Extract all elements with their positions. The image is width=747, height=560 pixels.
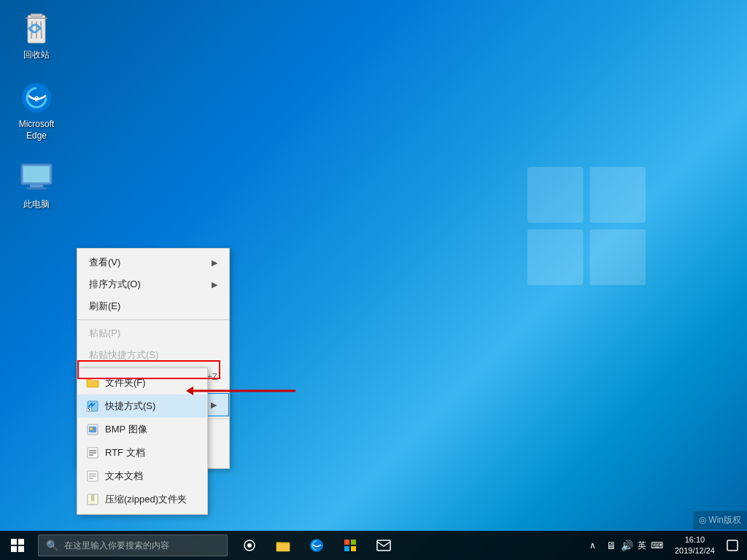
watermark-brand: ◎ Win版权 xyxy=(693,511,747,529)
svg-rect-43 xyxy=(276,544,290,551)
search-placeholder: 在这里输入你要搜索的内容 xyxy=(64,540,169,552)
desktop-icon-thispc[interactable]: 此电脑 xyxy=(11,160,62,211)
clock-time: 16:10 xyxy=(685,534,705,545)
menu-item-sort-by[interactable]: 排序方式(O) ▶ xyxy=(77,273,229,295)
thispc-icon xyxy=(19,160,54,195)
windows-icon xyxy=(11,539,24,552)
taskbar-search[interactable]: 🔍 在这里输入你要搜索的内容 xyxy=(38,534,228,556)
volume-icon[interactable]: 🔊 xyxy=(621,540,633,551)
svg-rect-37 xyxy=(18,539,24,545)
svg-rect-47 xyxy=(344,546,349,551)
svg-rect-49 xyxy=(377,540,390,551)
windows-logo-watermark xyxy=(521,160,652,292)
svg-rect-13 xyxy=(30,184,43,187)
shortcut-icon xyxy=(86,400,99,412)
svg-point-19 xyxy=(90,427,93,430)
recycle-bin-icon xyxy=(19,11,54,46)
network-icon[interactable]: 🖥 xyxy=(606,540,616,551)
arrow-icon: ▶ xyxy=(212,258,217,268)
svg-rect-36 xyxy=(11,539,17,545)
taskbar-center-icons xyxy=(233,531,400,560)
store-button[interactable] xyxy=(334,531,366,560)
search-icon: 🔍 xyxy=(46,540,58,551)
bmp-icon xyxy=(86,424,99,435)
tray-clock[interactable]: 16:10 2019/12/24 xyxy=(669,531,721,560)
menu-item-view[interactable]: 查看(V) ▶ xyxy=(77,252,229,273)
tray-icons: 🖥 🔊 英 ⌨ xyxy=(600,540,669,552)
sub-menu-item-txt[interactable]: 文本文档 xyxy=(77,464,207,488)
svg-rect-48 xyxy=(351,546,356,551)
language-icon[interactable]: 英 xyxy=(638,540,646,552)
svg-line-8 xyxy=(41,21,42,39)
sub-menu-item-bmp[interactable]: BMP 图像 xyxy=(77,418,207,441)
store-icon xyxy=(343,538,357,553)
menu-item-paste: 粘贴(P) xyxy=(77,322,229,344)
svg-rect-50 xyxy=(727,540,738,551)
clock-date: 2019/12/24 xyxy=(675,545,715,556)
svg-rect-3 xyxy=(590,230,646,286)
recycle-bin-label: 回收站 xyxy=(21,49,52,62)
edge-taskbar-icon xyxy=(309,538,324,553)
start-button[interactable] xyxy=(0,531,35,560)
svg-rect-46 xyxy=(351,540,356,545)
svg-rect-39 xyxy=(18,546,24,552)
folder-icon xyxy=(86,377,99,389)
rtf-icon xyxy=(86,447,99,459)
menu-item-refresh[interactable]: 刷新(E) xyxy=(77,295,229,317)
file-explorer-button[interactable] xyxy=(267,531,299,560)
svg-point-41 xyxy=(247,543,252,548)
svg-rect-38 xyxy=(11,546,17,552)
edge-icon: e xyxy=(19,80,54,115)
svg-rect-2 xyxy=(527,230,584,286)
svg-rect-1 xyxy=(590,167,646,223)
menu-separator xyxy=(77,319,229,320)
mail-icon xyxy=(376,540,391,551)
sub-menu-item-zip[interactable]: 压缩(zipped)文件夹 xyxy=(77,488,207,511)
notification-icon xyxy=(727,540,738,551)
taskbar: 🔍 在这里输入你要搜索的内容 xyxy=(0,531,747,560)
zip-icon xyxy=(86,494,99,505)
sub-menu-item-rtf[interactable]: RTF 文档 xyxy=(77,441,207,464)
file-explorer-icon xyxy=(276,539,290,552)
tray-expand-button[interactable]: ∧ xyxy=(585,540,600,551)
menu-item-paste-shortcut: 粘贴快捷方式(S) xyxy=(77,344,229,366)
mail-button[interactable] xyxy=(368,531,400,560)
svg-rect-12 xyxy=(23,166,50,182)
arrow-icon: ▶ xyxy=(212,280,217,289)
desktop: 回收站 e Microsoft Edge 此电脑 查看(V) xyxy=(0,0,747,560)
txt-icon xyxy=(86,470,99,482)
edge-taskbar-button[interactable] xyxy=(301,531,333,560)
task-view-icon xyxy=(243,540,256,551)
thispc-label: 此电脑 xyxy=(21,198,52,211)
system-tray: ∧ 🖥 🔊 英 ⌨ 16:10 2019/12/24 xyxy=(585,531,747,560)
keyboard-icon[interactable]: ⌨ xyxy=(651,540,663,551)
desktop-icon-edge[interactable]: e Microsoft Edge xyxy=(11,80,62,142)
svg-rect-14 xyxy=(26,187,47,190)
notification-button[interactable] xyxy=(721,531,744,560)
edge-label: Microsoft Edge xyxy=(11,118,62,142)
desktop-icon-recycle-bin[interactable]: 回收站 xyxy=(11,11,62,62)
svg-rect-5 xyxy=(31,14,42,17)
task-view-button[interactable] xyxy=(233,531,266,560)
svg-text:e: e xyxy=(34,93,39,104)
svg-rect-0 xyxy=(527,167,584,223)
svg-marker-35 xyxy=(186,386,193,395)
red-arrow-annotation xyxy=(186,382,303,402)
svg-rect-45 xyxy=(344,540,349,545)
